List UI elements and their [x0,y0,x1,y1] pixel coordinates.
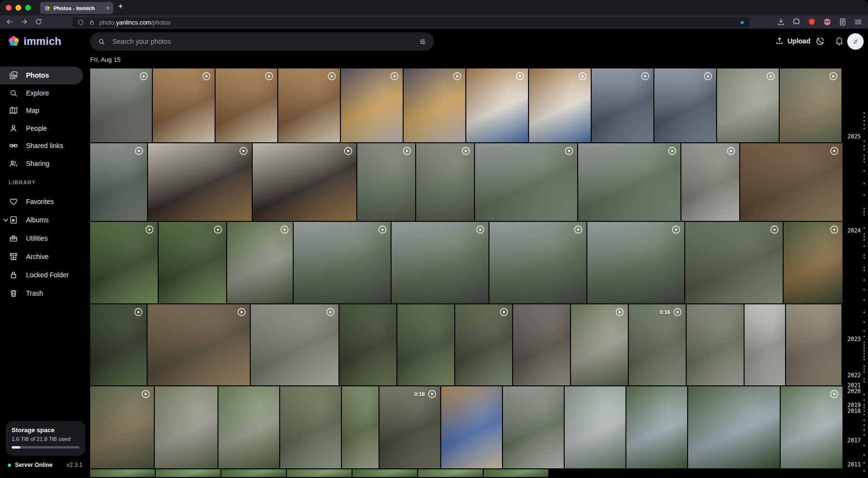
search-input[interactable] [111,37,413,46]
sidebar-item-favorites[interactable]: Favorites [0,192,83,211]
sidebar-item-albums[interactable]: Albums [0,211,83,229]
photo-river-town[interactable] [565,386,625,468]
photo-temple-visitors[interactable] [786,304,841,385]
photo-forest-stairs-1[interactable] [90,222,158,303]
sidebar-item-locked-folder[interactable]: Locked Folder [0,266,83,284]
photo-tall-forest-autumn[interactable] [784,222,842,303]
search-bar[interactable] [90,32,434,51]
url-bar[interactable]: photo.yanlincs.com/photos ★ [72,17,750,27]
notifications-bell-icon[interactable] [834,36,844,46]
photo-next-row-7[interactable] [484,469,548,477]
photo-cedar-trunks[interactable] [339,304,396,385]
scrubber-year-2020[interactable]: 2020 [847,388,861,395]
sidebar-item-archive[interactable]: Archive [0,247,83,266]
save-page-icon[interactable] [838,17,848,27]
photo-mountain-clouds[interactable] [90,143,147,221]
sidebar-item-map[interactable]: Map [0,102,83,120]
sidebar-item-explore[interactable]: Explore [0,84,83,102]
sidebar-item-sharing[interactable]: Sharing [0,155,83,173]
photo-stone-walkway[interactable] [687,304,744,385]
browser-tab[interactable]: Photos - Immich × [40,2,113,14]
scrubber-year-2017[interactable]: 2017 [847,437,861,444]
photo-hiker-stairs[interactable] [571,304,628,385]
scrubber-year-2023[interactable]: 2023 [847,336,861,342]
storage-card[interactable]: Storage space 1.6 TiB of 21.8 TiB used [6,421,85,456]
extensions-icon[interactable] [791,17,801,27]
photo-cave-buddhas[interactable] [513,304,570,385]
photo-temple-cliff-view-4[interactable] [587,222,684,303]
sidebar-item-people[interactable]: People [0,120,83,137]
photo-next-row-5[interactable] [353,469,417,477]
photo-temple-cliff-view-1[interactable] [294,222,391,303]
photo-ceramics-shop-3[interactable] [278,68,340,142]
close-button[interactable] [6,5,12,11]
photo-dark-forest-stairs[interactable] [90,304,147,385]
upload-button[interactable]: Upload [775,36,810,45]
bookmark-star-icon[interactable]: ★ [739,19,745,26]
photo-tree-lined-path[interactable] [218,386,279,468]
photo-food-stall-person[interactable] [441,386,502,468]
photo-mountain-town[interactable] [626,386,687,468]
forward-icon[interactable] [19,17,29,27]
immich-logo[interactable]: immich [7,35,61,48]
zoom-button[interactable] [25,5,31,11]
photo-next-row-6[interactable] [418,469,483,477]
menu-icon[interactable] [853,17,863,27]
photo-valley-view-2[interactable] [578,143,680,221]
scrubber-year-2025[interactable]: 2025 [847,133,861,140]
sidebar-item-trash[interactable]: Trash [0,284,83,302]
photo-city-clouds-1[interactable] [592,68,653,142]
reload-icon[interactable] [34,17,43,27]
photo-pole-closeup-video[interactable]: 0:18 [380,386,440,468]
photo-city-clouds-2[interactable] [654,68,716,142]
photo-stairs-climb-video[interactable]: 0:16 [629,304,686,385]
photo-moss-cave[interactable] [455,304,512,385]
photo-crossing-mural-1[interactable] [341,68,403,142]
photo-sake-set-2[interactable] [529,68,591,142]
photo-street-village[interactable] [90,68,152,142]
tab-close-icon[interactable]: × [106,5,109,12]
photo-next-row-2[interactable] [156,469,220,477]
photo-trail-sign[interactable] [681,143,739,221]
photo-soba-noodles-1[interactable] [148,143,252,221]
photo-forest-stairs-2[interactable] [159,222,226,303]
photo-river-railway[interactable] [780,68,841,142]
photo-temple-gate-map[interactable] [155,386,217,468]
timeline-scrubber[interactable]: 2025202420232022202120202019201820172011 [842,54,868,478]
minimize-button[interactable] [15,5,21,11]
photo-cliff-rocks-forest[interactable] [685,222,783,303]
photo-temple-cliff-view-2[interactable] [392,222,488,303]
scrubber-year-2024[interactable]: 2024 [847,227,861,234]
theme-toggle-moon-icon[interactable] [815,36,825,46]
photo-garden-path[interactable] [342,386,379,468]
photo-valley-view-1[interactable] [475,143,577,221]
download-icon[interactable] [776,17,786,27]
photo-stone-steps-forest[interactable] [227,222,293,303]
photo-temple-cliff-view-3[interactable] [489,222,586,303]
photo-town-vista[interactable] [781,386,842,468]
photo-stone-gate-path[interactable] [280,386,341,468]
photo-crossing-mural-2[interactable] [404,68,465,142]
new-tab-button[interactable]: + [118,1,123,11]
scrubber-year-2011[interactable]: 2011 [847,461,861,468]
photo-sake-set-1[interactable] [466,68,528,142]
photo-jizo-statues-2[interactable] [416,143,474,221]
scrubber-year-2018[interactable]: 2018 [847,408,861,414]
photo-jizo-statues-1[interactable] [357,143,415,221]
photo-sotoba-wooden-slats[interactable] [148,304,250,385]
photo-pagoda-trees[interactable] [90,386,154,468]
photo-train-platform[interactable] [717,68,779,142]
photo-mountains-wide[interactable] [688,386,780,468]
photo-white-sign[interactable] [745,304,785,385]
tracking-shield-icon[interactable] [77,19,84,26]
photo-next-row-3[interactable] [221,469,286,477]
privacy-extension-icon[interactable] [822,17,832,27]
sidebar-item-shared-links[interactable]: Shared links [0,137,83,155]
back-icon[interactable] [5,17,14,27]
photo-next-row-4[interactable] [287,469,352,477]
photo-soba-noodles-2[interactable] [253,143,356,221]
photo-next-row-1[interactable] [90,469,155,477]
photo-forest-trail[interactable] [397,304,454,385]
photo-street-cars-hills[interactable] [503,386,564,468]
search-filters-icon[interactable] [419,38,427,46]
